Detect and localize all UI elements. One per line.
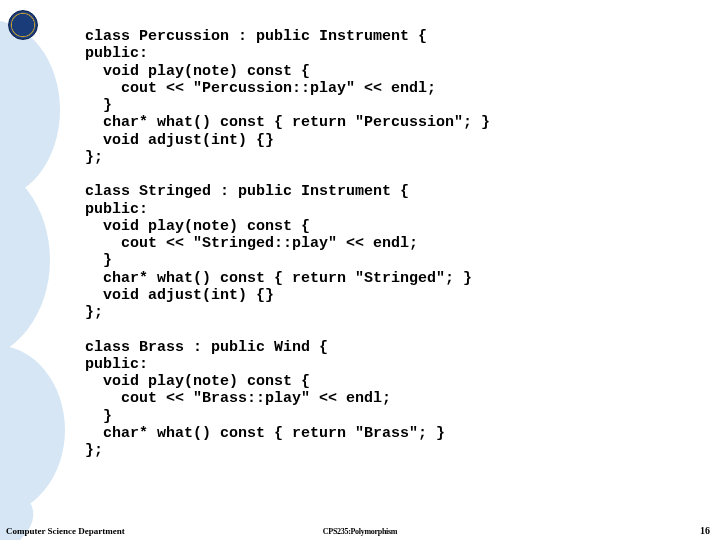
code-block: class Percussion : public Instrument { p… bbox=[85, 28, 490, 459]
footer-department: Computer Science Department bbox=[6, 526, 125, 536]
slide-number: 16 bbox=[700, 525, 710, 536]
svg-point-1 bbox=[0, 160, 50, 360]
university-logo bbox=[8, 10, 38, 40]
slide-footer: Computer Science Department CPS235:Polym… bbox=[0, 520, 720, 536]
footer-course: CPS235:Polymorphism bbox=[323, 527, 397, 536]
